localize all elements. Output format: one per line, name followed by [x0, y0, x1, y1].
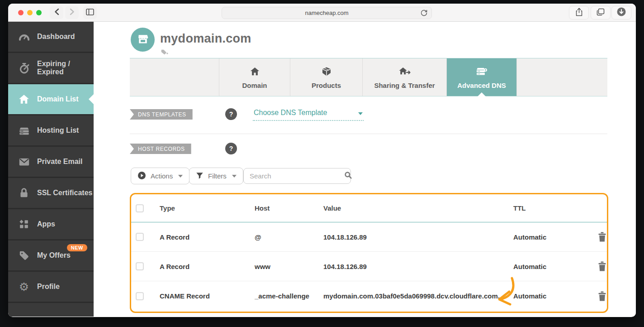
host-records-help-button[interactable]: ?: [225, 143, 237, 154]
sidebar-item-label: SSL Certificates: [37, 189, 92, 197]
sidebar-item-profile[interactable]: ⚙ Profile: [8, 272, 94, 303]
sidebar-item-apps[interactable]: Apps: [8, 209, 94, 240]
house-icon: [250, 66, 260, 77]
tabbar-spacer: [130, 58, 219, 96]
record-type: A Record: [160, 263, 255, 270]
chevron-down-icon: [178, 175, 183, 178]
chevron-down-icon: [358, 112, 363, 115]
record-ttl: Automatic: [513, 263, 598, 270]
sidebar-item-domain-list[interactable]: Domain List: [8, 84, 94, 115]
forward-button[interactable]: [65, 6, 79, 19]
gear-icon: ⚙: [18, 280, 30, 293]
chevron-right-icon: [70, 8, 75, 17]
domain-avatar: [131, 28, 155, 52]
record-type: CNAME Record: [160, 292, 255, 300]
dns-template-dropdown[interactable]: Choose DNS Template: [253, 107, 364, 121]
gauge-icon: [18, 30, 30, 43]
price-tag-icon: [18, 249, 30, 262]
storefront-icon: [136, 32, 150, 48]
table-row: A Record www 104.18.126.89 Automatic: [131, 252, 607, 281]
record-value: 104.18.126.89: [323, 263, 513, 270]
address-bar[interactable]: namecheap.com: [222, 7, 432, 19]
search-box: [243, 168, 351, 184]
sidebar-item-hosting-list[interactable]: Hosting List: [8, 115, 94, 147]
tab-products[interactable]: Products: [290, 58, 363, 96]
dns-templates-help-button[interactable]: ?: [225, 108, 237, 120]
browser-toolbar: namecheap.com: [8, 4, 636, 22]
host-records-table: Type Host Value TTL A Record @ 104.18.12…: [130, 193, 608, 313]
domain-tabs: Domain Products Sharing & Transfer Advan…: [130, 58, 607, 96]
window-controls: [18, 10, 42, 15]
share-icon: [575, 8, 583, 18]
column-header-host: Host: [255, 204, 323, 212]
dns-templates-ribbon: DNS TEMPLATES: [130, 109, 193, 120]
package-icon: [321, 66, 332, 77]
row-checkbox[interactable]: [136, 292, 144, 300]
delete-record-button[interactable]: [598, 232, 611, 242]
select-all-checkbox[interactable]: [136, 204, 144, 212]
padlock-icon: [18, 187, 30, 199]
record-type: A Record: [160, 233, 255, 241]
sidebar-item-dashboard[interactable]: Dashboard: [8, 22, 94, 53]
filter-funnel-icon: [196, 172, 204, 181]
record-host: www: [255, 263, 323, 270]
sidebar-panel-icon: [86, 9, 94, 17]
sidebar-item-expiring-expired[interactable]: Expiring / Expired: [8, 53, 94, 84]
column-header-type: Type: [160, 204, 255, 212]
record-ttl: Automatic: [513, 292, 598, 300]
sidebar-item-label: Private Email: [37, 158, 83, 166]
browser-window: namecheap.com Dashboard Expiring / Expir…: [8, 4, 636, 317]
chevron-left-icon: [54, 8, 59, 17]
tab-domain[interactable]: Domain: [219, 58, 290, 96]
tab-label: Sharing & Transfer: [374, 82, 435, 89]
search-icon[interactable]: [344, 171, 352, 181]
sidebar-item-label: Hosting List: [37, 126, 79, 135]
sidebar-item-label: Expiring / Expired: [37, 60, 94, 76]
zoom-window-button[interactable]: [36, 10, 42, 15]
delete-record-button[interactable]: [598, 261, 611, 271]
reload-icon[interactable]: [420, 9, 428, 18]
filters-button[interactable]: Filters: [189, 168, 243, 184]
sidebar-item-private-email[interactable]: Private Email: [8, 147, 94, 178]
tab-sharing-transfer[interactable]: Sharing & Transfer: [363, 58, 447, 96]
table-row: A Record @ 104.18.126.89 Automatic: [131, 222, 607, 252]
sidebar-item-ssl-certificates[interactable]: SSL Certificates: [8, 178, 94, 209]
sidebar-item-label: Profile: [37, 283, 60, 291]
tab-label: Advanced DNS: [457, 82, 506, 89]
record-value: mydomain.com.03baf0e5da069998.dcv.cloudf…: [323, 292, 513, 300]
sidebar-item-label: Dashboard: [37, 33, 75, 41]
tab-overview-button[interactable]: [591, 6, 611, 19]
back-button[interactable]: [50, 6, 63, 19]
sidebar: Dashboard Expiring / Expired Domain List…: [8, 22, 94, 317]
add-tag-icon[interactable]: [161, 49, 168, 58]
new-badge: NEW: [67, 244, 87, 251]
tab-advanced-dns[interactable]: Advanced DNS: [447, 58, 517, 96]
filters-button-label: Filters: [208, 172, 227, 180]
sidebar-item-label: Domain List: [37, 95, 79, 103]
column-header-value: Value: [323, 204, 513, 212]
downloads-button[interactable]: [611, 6, 631, 19]
row-checkbox[interactable]: [136, 233, 144, 241]
tabs-overview-icon: [597, 8, 605, 18]
table-header-row: Type Host Value TTL: [131, 194, 607, 222]
search-input[interactable]: [244, 172, 344, 180]
sidebar-item-my-offers[interactable]: My Offers NEW: [8, 240, 94, 272]
download-icon: [616, 7, 626, 19]
sidebar-item-label: Apps: [37, 220, 55, 228]
row-checkbox[interactable]: [136, 262, 144, 270]
close-window-button[interactable]: [18, 10, 24, 15]
sidebar-item-label: My Offers: [37, 251, 71, 260]
house-transfer-icon: [398, 66, 411, 77]
section-divider: [130, 134, 607, 134]
share-button[interactable]: [569, 6, 589, 19]
sidebar-toggle-button[interactable]: [83, 6, 97, 19]
main-content: mydomain.com Domain Products Sharing & T…: [94, 22, 636, 317]
app-grid-icon: [18, 218, 30, 231]
actions-button[interactable]: Actions: [131, 168, 189, 184]
record-host: @: [255, 233, 323, 241]
column-header-ttl: TTL: [513, 204, 598, 212]
dns-server-icon: [476, 66, 488, 77]
minimize-window-button[interactable]: [27, 10, 33, 15]
delete-record-button[interactable]: [598, 291, 611, 301]
house-icon: [18, 93, 30, 106]
